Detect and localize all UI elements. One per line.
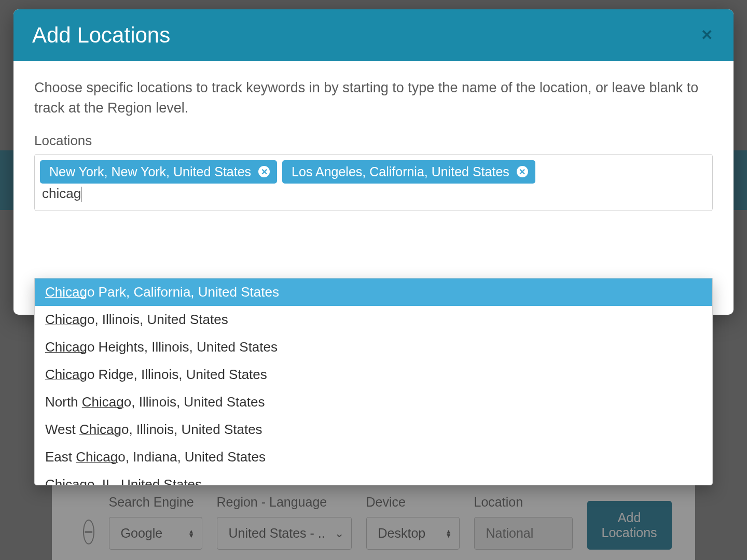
locations-token-input[interactable]: New York, New York, United States✕Los An…	[34, 154, 713, 211]
suggestions-dropdown: Chicago Park, California, United StatesC…	[34, 278, 713, 485]
typed-text: chicag	[42, 186, 81, 201]
locations-field-label: Locations	[34, 133, 713, 149]
remove-token-icon[interactable]: ✕	[517, 166, 528, 177]
add-locations-modal: Add Locations ✕ Choose specific location…	[13, 9, 734, 315]
location-token-label: New York, New York, United States	[49, 164, 251, 179]
suggestion-item[interactable]: Chicago, IL, United States	[35, 471, 712, 485]
suggestion-item[interactable]: Chicago Ridge, Illinois, United States	[35, 361, 712, 388]
remove-token-icon[interactable]: ✕	[258, 166, 270, 177]
suggestion-item[interactable]: Chicago Heights, Illinois, United States	[35, 333, 712, 361]
suggestion-item[interactable]: Chicago Park, California, United States	[35, 278, 712, 306]
suggestion-item[interactable]: North Chicago, Illinois, United States	[35, 388, 712, 416]
suggestion-item[interactable]: East Chicago, Indiana, United States	[35, 443, 712, 471]
close-icon[interactable]: ✕	[699, 26, 715, 45]
suggestion-item[interactable]: Chicago, Illinois, United States	[35, 306, 712, 333]
location-token: New York, New York, United States✕	[40, 160, 277, 184]
suggestions-list[interactable]: Chicago Park, California, United StatesC…	[35, 278, 712, 485]
location-token: Los Angeles, California, United States✕	[282, 160, 535, 184]
modal-title: Add Locations	[32, 23, 170, 48]
location-token-label: Los Angeles, California, United States	[292, 164, 509, 179]
text-caret	[81, 187, 82, 202]
modal-help-text: Choose specific locations to track keywo…	[34, 78, 713, 118]
locations-text-input[interactable]: chicag	[40, 183, 144, 205]
suggestion-item[interactable]: West Chicago, Illinois, United States	[35, 416, 712, 443]
modal-header: Add Locations ✕	[13, 9, 734, 61]
modal-body: Choose specific locations to track keywo…	[13, 61, 734, 315]
